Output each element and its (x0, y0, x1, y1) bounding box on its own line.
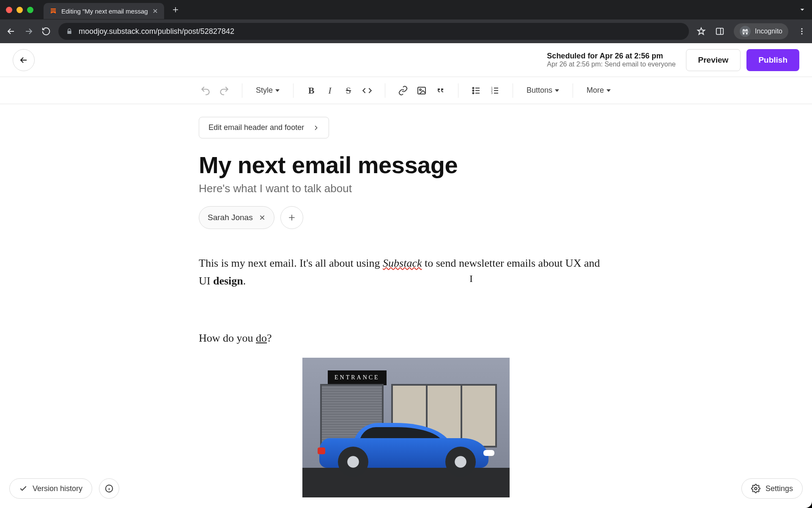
author-chip-label: Sarah Jonas (208, 213, 253, 222)
incognito-badge[interactable]: Incognito (734, 23, 788, 39)
schedule-line2: Apr 26 at 2:56 pm: Send email to everyon… (547, 61, 675, 68)
more-dropdown[interactable]: More (582, 82, 615, 99)
chevron-down-icon (606, 89, 611, 92)
svg-point-8 (472, 87, 474, 88)
buttons-dropdown[interactable]: Buttons (522, 82, 563, 99)
editor-toolbar: Style B I S (0, 77, 812, 104)
bookmark-star-icon[interactable] (697, 27, 706, 36)
info-button[interactable] (99, 478, 119, 499)
chevron-right-icon (313, 124, 319, 131)
version-history-button[interactable]: Version history (9, 478, 92, 499)
svg-rect-6 (418, 87, 425, 94)
body-bold-word: design (213, 275, 243, 287)
window-close-dot[interactable] (6, 7, 12, 13)
preview-button[interactable]: Preview (686, 49, 741, 71)
chevron-down-icon (555, 89, 559, 92)
check-icon (19, 484, 27, 493)
blockquote-button[interactable] (432, 82, 449, 99)
editor-back-button[interactable] (13, 49, 35, 71)
chevron-down-icon (275, 89, 280, 92)
body-text-run: This is my next email. It's all about us… (199, 257, 383, 269)
body-text-run: ? (267, 332, 272, 344)
svg-point-7 (420, 89, 421, 91)
nav-reload-icon[interactable] (41, 27, 51, 36)
strikethrough-button[interactable]: S (340, 82, 357, 99)
svg-point-10 (472, 92, 474, 94)
code-button[interactable] (359, 82, 376, 99)
new-tab-button[interactable] (172, 6, 179, 14)
nav-back-icon[interactable] (6, 26, 16, 36)
italic-button[interactable]: I (321, 82, 338, 99)
info-icon (104, 484, 114, 493)
panel-toggle-icon[interactable] (715, 27, 724, 36)
preview-button-label: Preview (698, 55, 729, 65)
svg-rect-2 (716, 28, 724, 35)
post-title-input[interactable]: My next email message (199, 151, 613, 179)
gear-icon (751, 484, 760, 493)
style-dropdown[interactable]: Style (252, 82, 284, 99)
svg-point-4 (801, 30, 802, 32)
svg-rect-0 (51, 8, 56, 9)
editor-canvas[interactable]: Edit email header and footer My next ema… (199, 104, 613, 499)
body-spellcheck-word: Substack (383, 257, 422, 269)
incognito-icon (740, 26, 751, 37)
post-image[interactable]: ENTRANCE (302, 358, 510, 497)
redo-button[interactable] (216, 82, 233, 99)
incognito-label: Incognito (755, 28, 782, 35)
edit-email-header-footer-button[interactable]: Edit email header and footer (199, 117, 329, 138)
svg-text:3: 3 (491, 91, 493, 94)
version-history-label: Version history (33, 484, 82, 493)
window-minimize-dot[interactable] (16, 7, 23, 13)
nav-forward-icon (24, 26, 34, 36)
browser-tab[interactable]: Editing "My next email messag (44, 3, 164, 19)
bullet-list-button[interactable] (468, 82, 485, 99)
svg-point-15 (754, 487, 757, 490)
svg-rect-1 (51, 10, 56, 11)
browser-tab-title: Editing "My next email messag (61, 8, 148, 15)
substack-favicon-icon (49, 7, 57, 15)
style-dropdown-label: Style (256, 86, 273, 95)
undo-button[interactable] (197, 82, 214, 99)
url-bar[interactable]: moodjoy.substack.com/publish/post/528278… (58, 23, 689, 40)
svg-point-9 (472, 90, 474, 91)
author-chip[interactable]: Sarah Jonas (199, 206, 274, 229)
post-subtitle-input[interactable]: Here's what I want to talk about (199, 182, 613, 195)
browser-menu-icon[interactable] (798, 27, 806, 36)
schedule-line1: Scheduled for Apr 26 at 2:56 pm (547, 52, 675, 61)
more-dropdown-label: More (587, 86, 604, 95)
remove-author-icon[interactable] (259, 214, 266, 221)
body-text-run: . (243, 275, 246, 287)
window-zoom-dot[interactable] (27, 7, 33, 13)
settings-button[interactable]: Settings (741, 478, 803, 499)
tab-close-icon[interactable] (152, 8, 158, 14)
post-body[interactable]: This is my next email. It's all about us… (199, 254, 613, 497)
link-button[interactable] (395, 82, 411, 99)
lock-icon (66, 28, 73, 35)
bold-button[interactable]: B (303, 82, 320, 99)
svg-point-3 (801, 28, 802, 30)
add-author-button[interactable] (280, 206, 303, 229)
body-text-run: How do you (199, 332, 256, 344)
schedule-info: Scheduled for Apr 26 at 2:56 pm Apr 26 a… (547, 52, 675, 68)
buttons-dropdown-label: Buttons (527, 86, 552, 95)
tabstrip-overflow-icon[interactable] (798, 6, 806, 14)
body-underline-word: do (256, 332, 267, 344)
settings-label: Settings (765, 484, 793, 493)
edit-email-header-footer-label: Edit email header and footer (208, 123, 304, 132)
image-car-shape (315, 417, 497, 480)
image-button[interactable] (413, 82, 430, 99)
numbered-list-button[interactable]: 123 (486, 82, 503, 99)
svg-point-5 (801, 33, 802, 34)
image-sign-text: ENTRANCE (328, 370, 387, 385)
publish-button[interactable]: Publish (746, 49, 799, 71)
app-header: Scheduled for Apr 26 at 2:56 pm Apr 26 a… (0, 43, 812, 77)
url-text: moodjoy.substack.com/publish/post/528278… (79, 27, 234, 36)
publish-button-label: Publish (758, 55, 787, 65)
